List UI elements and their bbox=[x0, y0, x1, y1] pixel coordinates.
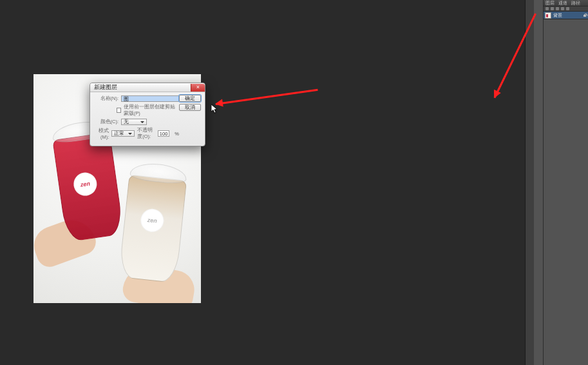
chevron-down-icon bbox=[128, 133, 132, 135]
dialog-titlebar[interactable]: 新建图层 × bbox=[90, 83, 205, 92]
filter-icon[interactable] bbox=[551, 7, 554, 10]
ok-button[interactable]: 确定 bbox=[179, 95, 201, 102]
photo-logo-red: zen bbox=[72, 171, 99, 197]
filter-icon[interactable] bbox=[561, 7, 564, 10]
mode-label: 模式(M): bbox=[94, 128, 109, 140]
opacity-label: 不透明度(O): bbox=[137, 127, 155, 140]
filter-icon[interactable] bbox=[545, 7, 549, 10]
tab-paths[interactable]: 路径 bbox=[571, 0, 580, 6]
photo-logo-white: zen bbox=[140, 208, 166, 233]
layer-row-background[interactable]: 背景 bbox=[544, 12, 588, 19]
filter-icon[interactable] bbox=[556, 7, 559, 10]
dialog-title: 新建图层 bbox=[94, 83, 117, 92]
name-label: 名称(N): bbox=[94, 95, 119, 102]
color-select[interactable]: 无 bbox=[121, 119, 147, 125]
color-label: 颜色(C): bbox=[94, 119, 119, 125]
layers-panel-options-row bbox=[544, 6, 588, 12]
mode-select-value: 正常 bbox=[114, 130, 124, 137]
clip-mask-checkbox[interactable] bbox=[117, 108, 121, 113]
filter-icon[interactable] bbox=[566, 7, 569, 10]
tab-channels[interactable]: 通道 bbox=[558, 0, 567, 6]
cursor-icon bbox=[211, 104, 218, 113]
layers-panel: 图层 通道 路径 背景 bbox=[543, 0, 588, 365]
layer-name-label: 背景 bbox=[553, 12, 581, 19]
close-icon: × bbox=[196, 84, 200, 90]
vertical-scrollbar[interactable] bbox=[525, 0, 534, 365]
mode-select[interactable]: 正常 bbox=[111, 130, 135, 137]
layer-name-input[interactable]: 图 bbox=[121, 95, 179, 102]
new-layer-dialog: 新建图层 × 确定 取消 名称(N): 图 使用前一图层创建剪贴蒙版(P) bbox=[90, 83, 205, 146]
dialog-close-button[interactable]: × bbox=[191, 84, 205, 92]
lock-icon[interactable] bbox=[583, 14, 587, 17]
tab-layers[interactable]: 图层 bbox=[545, 0, 555, 6]
cancel-button[interactable]: 取消 bbox=[179, 104, 201, 111]
opacity-unit: % bbox=[175, 131, 179, 137]
canvas-area: zen zen 新建图层 × 确定 取消 名称(N): 图 bbox=[0, 0, 524, 365]
layer-thumbnail[interactable] bbox=[545, 12, 551, 19]
layers-panel-tabs[interactable]: 图层 通道 路径 bbox=[544, 0, 588, 6]
color-select-value: 无 bbox=[124, 119, 129, 125]
clip-mask-label: 使用前一图层创建剪贴蒙版(P) bbox=[124, 104, 179, 117]
chevron-down-icon bbox=[140, 121, 144, 123]
opacity-input[interactable]: 100 bbox=[158, 130, 170, 137]
panel-gutter bbox=[534, 0, 543, 365]
